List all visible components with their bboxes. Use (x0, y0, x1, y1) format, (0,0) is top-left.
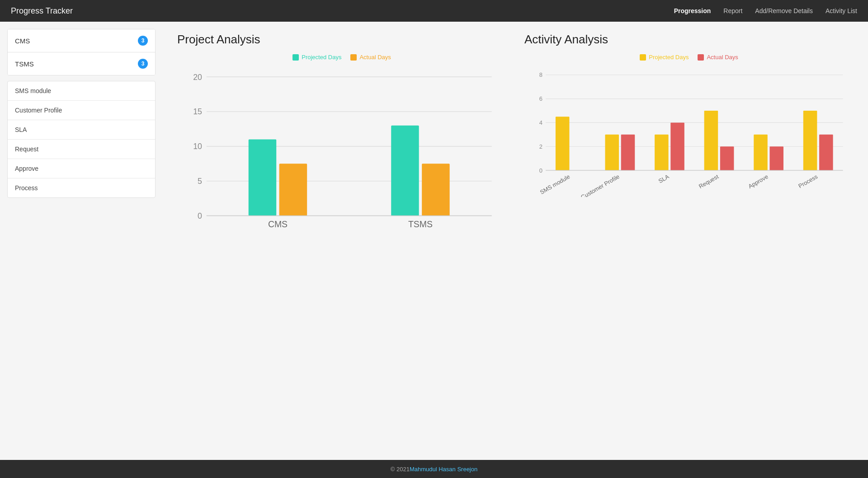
svg-rect-38 (754, 135, 768, 170)
activity-actual-label: Actual Days (707, 54, 738, 61)
activity-chart: 02468SMS moduleCustomer ProfileSLAReques… (524, 70, 854, 199)
svg-rect-42 (819, 135, 833, 170)
project-chart-svg: 05101520CMSTSMS (177, 70, 506, 245)
main-nav: Progression Report Add/Remove Details Ac… (674, 7, 857, 14)
sidebar-activity-approve[interactable]: Approve (8, 159, 155, 178)
nav-activity-list[interactable]: Activity List (826, 7, 857, 14)
project-analysis-title: Project Analysis (177, 33, 506, 47)
svg-text:Approve: Approve (747, 173, 769, 190)
sidebar-activity-sms[interactable]: SMS module (8, 81, 155, 101)
svg-text:TSMS: TSMS (408, 219, 433, 229)
svg-text:SMS module: SMS module (539, 173, 571, 196)
activity-projected-dot (640, 54, 646, 61)
cms-badge: 3 (138, 36, 148, 46)
project-legend-projected: Projected Days (292, 54, 341, 61)
svg-text:6: 6 (539, 95, 542, 102)
svg-rect-35 (704, 111, 718, 170)
project-chart: 05101520CMSTSMS (177, 70, 506, 247)
tsms-badge: 3 (138, 59, 148, 69)
sidebar-activity-process[interactable]: Process (8, 178, 155, 197)
svg-text:0: 0 (198, 211, 202, 220)
charts-row: Project Analysis Projected Days Actual D… (177, 33, 854, 247)
svg-text:5: 5 (198, 177, 202, 186)
svg-rect-36 (720, 146, 734, 170)
project-legend-actual: Actual Days (350, 54, 391, 61)
activity-legend-actual: Actual Days (698, 54, 738, 61)
app-title: Progress Tracker (11, 6, 73, 16)
svg-rect-32 (655, 135, 669, 170)
app-header: Progress Tracker Progression Report Add/… (0, 0, 868, 22)
main-content: Project Analysis Projected Days Actual D… (163, 22, 868, 460)
app-footer: © 2021 Mahmudul Hasan Sreejon (0, 460, 868, 478)
sidebar-activity-sla[interactable]: SLA (8, 120, 155, 140)
svg-text:Process: Process (797, 173, 819, 189)
nav-progression[interactable]: Progression (674, 7, 711, 14)
project-analysis-section: Project Analysis Projected Days Actual D… (177, 33, 506, 247)
activity-analysis-title: Activity Analysis (524, 33, 854, 47)
activity-analysis-section: Activity Analysis Projected Days Actual … (524, 33, 854, 247)
svg-text:CMS: CMS (268, 219, 288, 229)
svg-text:20: 20 (193, 73, 202, 82)
svg-text:15: 15 (193, 107, 202, 116)
footer-author: Mahmudul Hasan Sreejon (410, 466, 477, 473)
svg-rect-33 (670, 122, 684, 170)
activity-projected-label: Projected Days (649, 54, 689, 61)
activity-list: SMS module Customer Profile SLA Request … (7, 81, 156, 198)
projected-dot (292, 54, 299, 61)
svg-rect-14 (422, 164, 449, 216)
actual-label: Actual Days (359, 54, 391, 61)
svg-rect-11 (279, 164, 307, 216)
footer-copyright: © 2021 (391, 466, 410, 473)
cms-label: CMS (15, 37, 30, 45)
svg-text:4: 4 (539, 119, 542, 126)
svg-text:8: 8 (539, 71, 542, 78)
svg-text:2: 2 (539, 143, 542, 150)
svg-text:Customer Profile: Customer Profile (580, 173, 621, 197)
svg-text:Request: Request (698, 173, 720, 190)
svg-rect-30 (621, 135, 635, 170)
svg-rect-41 (803, 111, 817, 170)
svg-text:10: 10 (193, 142, 202, 151)
activity-chart-svg: 02468SMS moduleCustomer ProfileSLAReques… (524, 70, 854, 197)
project-list: CMS 3 TSMS 3 (7, 29, 156, 75)
activity-legend-projected: Projected Days (640, 54, 689, 61)
projected-label: Projected Days (302, 54, 341, 61)
sidebar-item-tsms[interactable]: TSMS 3 (8, 52, 155, 75)
sidebar-activity-customer-profile[interactable]: Customer Profile (8, 101, 155, 120)
nav-add-remove[interactable]: Add/Remove Details (755, 7, 813, 14)
svg-rect-29 (605, 135, 619, 170)
svg-text:0: 0 (539, 167, 542, 174)
tsms-label: TSMS (15, 60, 34, 68)
sidebar: CMS 3 TSMS 3 SMS module Customer Profile… (0, 22, 163, 460)
main-layout: CMS 3 TSMS 3 SMS module Customer Profile… (0, 22, 868, 460)
activity-legend: Projected Days Actual Days (524, 54, 854, 61)
actual-dot (350, 54, 357, 61)
sidebar-activity-request[interactable]: Request (8, 140, 155, 159)
svg-rect-13 (391, 126, 419, 216)
activity-actual-dot (698, 54, 704, 61)
project-legend: Projected Days Actual Days (177, 54, 506, 61)
svg-rect-27 (556, 117, 570, 170)
svg-text:SLA: SLA (657, 173, 670, 184)
svg-rect-10 (249, 139, 276, 216)
nav-report[interactable]: Report (723, 7, 742, 14)
svg-rect-39 (769, 146, 783, 170)
sidebar-item-cms[interactable]: CMS 3 (8, 29, 155, 52)
